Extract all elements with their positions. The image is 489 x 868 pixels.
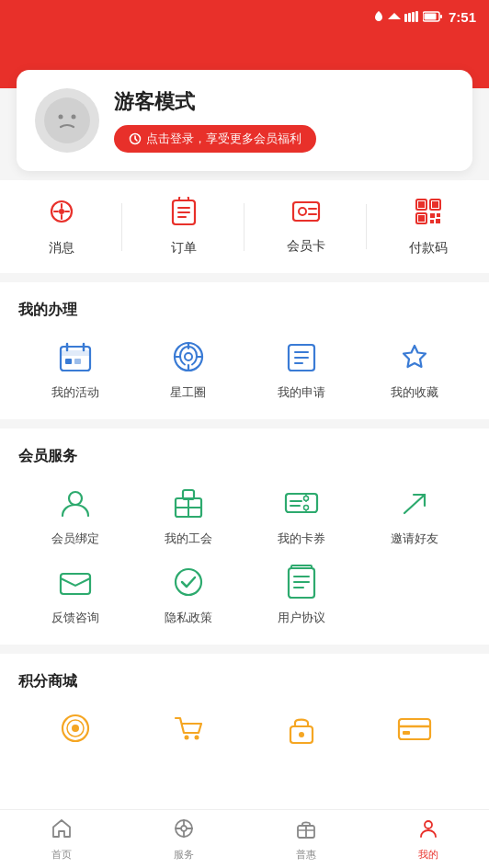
redeem-item[interactable] <box>244 708 358 748</box>
nav-home[interactable]: 首页 <box>0 817 122 862</box>
mine-icon <box>417 817 439 845</box>
profile-name: 游客模式 <box>114 88 316 116</box>
member-card-label: 会员卡 <box>287 238 325 255</box>
invite-friend-label: 邀请好友 <box>391 531 438 547</box>
privacy-icon <box>168 562 209 602</box>
quick-action-order[interactable]: 订单 <box>122 197 244 257</box>
pay-code-icon <box>414 197 443 233</box>
svg-point-18 <box>299 208 306 215</box>
points-mall-section: 积分商城 <box>0 654 489 817</box>
svg-rect-26 <box>418 215 425 222</box>
member-services-title: 会员服务 <box>18 447 471 466</box>
svg-rect-6 <box>440 15 442 18</box>
credit-item[interactable] <box>358 708 471 748</box>
invite-friend-icon <box>394 483 435 523</box>
feedback-label: 反馈咨询 <box>51 610 99 626</box>
nav-service[interactable]: 服务 <box>122 817 244 862</box>
svg-rect-29 <box>430 220 434 223</box>
member-bind-label: 会员绑定 <box>51 531 99 547</box>
points-icon <box>55 708 96 748</box>
points-mall-title: 积分商城 <box>18 672 471 691</box>
nav-mine[interactable]: 我的 <box>367 817 489 862</box>
status-time: 7:51 <box>449 9 476 25</box>
svg-point-54 <box>303 506 308 510</box>
agreement-label: 用户协议 <box>278 610 325 626</box>
order-label: 订单 <box>171 240 197 257</box>
service-label: 服务 <box>174 848 194 862</box>
message-icon <box>47 197 76 233</box>
points-mall-grid <box>18 708 471 748</box>
feedback-icon <box>55 562 96 602</box>
home-icon <box>51 817 73 845</box>
login-prompt: 点击登录，享受更多会员福利 <box>146 131 301 147</box>
nav-welfare[interactable]: 普惠 <box>244 817 367 862</box>
empty-placeholder <box>358 562 471 626</box>
svg-rect-72 <box>403 731 410 735</box>
my-favorite-label: 我的收藏 <box>391 384 438 401</box>
svg-rect-5 <box>424 14 436 20</box>
my-favorite-item[interactable]: 我的收藏 <box>358 337 471 401</box>
my-apply-label: 我的申请 <box>278 384 325 401</box>
svg-point-58 <box>176 569 201 595</box>
privacy-item[interactable]: 隐私政策 <box>131 562 244 626</box>
cart-icon <box>168 708 209 748</box>
quick-action-message[interactable]: 消息 <box>0 197 122 257</box>
feedback-item[interactable]: 反馈咨询 <box>18 562 131 626</box>
my-union-item[interactable]: 我的工会 <box>131 483 244 547</box>
svg-rect-30 <box>436 219 440 223</box>
svg-point-47 <box>69 492 82 505</box>
svg-rect-28 <box>437 213 440 217</box>
my-union-label: 我的工会 <box>165 531 212 547</box>
pay-code-label: 付款码 <box>409 240 448 257</box>
order-icon <box>170 197 198 233</box>
member-services-grid: 会员绑定 我的工会 <box>18 483 471 626</box>
svg-rect-70 <box>399 719 430 739</box>
mine-label: 我的 <box>418 848 438 862</box>
svg-point-8 <box>59 115 63 120</box>
agreement-item[interactable]: 用户协议 <box>244 562 358 626</box>
svg-point-7 <box>44 97 90 143</box>
my-activity-item[interactable]: 我的活动 <box>18 337 131 401</box>
my-coupon-item[interactable]: 我的卡券 <box>244 483 358 547</box>
my-apply-icon <box>281 337 322 377</box>
invite-friend-item[interactable]: 邀请好友 <box>358 483 471 547</box>
my-coupon-icon <box>281 483 322 523</box>
svg-rect-36 <box>74 359 81 364</box>
svg-rect-32 <box>62 350 89 356</box>
my-activity-icon <box>55 337 96 377</box>
welfare-label: 普惠 <box>296 848 316 862</box>
redeem-icon <box>281 708 322 748</box>
svg-point-69 <box>299 732 304 737</box>
my-coupon-label: 我的卡券 <box>278 531 325 547</box>
star-circle-item[interactable]: 星工圈 <box>131 337 244 401</box>
svg-rect-57 <box>61 574 90 594</box>
my-favorite-icon <box>394 337 435 377</box>
member-services-section: 会员服务 会员绑定 我的工会 <box>0 428 489 645</box>
svg-point-65 <box>72 725 79 732</box>
points-item[interactable] <box>18 708 131 748</box>
member-bind-item[interactable]: 会员绑定 <box>18 483 131 547</box>
svg-rect-24 <box>432 201 438 208</box>
quick-actions: 消息 订单 会员卡 <box>0 180 489 273</box>
svg-rect-0 <box>404 14 407 22</box>
svg-point-66 <box>184 736 188 740</box>
service-icon <box>173 817 195 845</box>
agreement-icon <box>281 562 322 602</box>
quick-action-member-card[interactable]: 会员卡 <box>244 199 367 255</box>
my-services-grid: 我的活动 星工圈 <box>18 337 471 401</box>
svg-point-9 <box>72 115 76 120</box>
status-bar: 7:51 <box>0 0 489 33</box>
my-activity-label: 我的活动 <box>51 384 99 401</box>
svg-rect-2 <box>412 12 415 22</box>
credit-icon <box>394 708 435 748</box>
svg-rect-35 <box>65 359 72 364</box>
svg-point-12 <box>59 209 64 214</box>
login-button[interactable]: 点击登录，享受更多会员福利 <box>114 125 316 153</box>
profile-card: 游客模式 点击登录，享受更多会员福利 <box>17 70 472 171</box>
my-services-section: 我的办理 我的活动 <box>0 282 489 419</box>
svg-rect-27 <box>430 213 435 218</box>
cart-item[interactable] <box>131 708 244 748</box>
quick-action-pay-code[interactable]: 付款码 <box>367 197 489 257</box>
svg-rect-1 <box>408 13 411 22</box>
my-apply-item[interactable]: 我的申请 <box>244 337 358 401</box>
